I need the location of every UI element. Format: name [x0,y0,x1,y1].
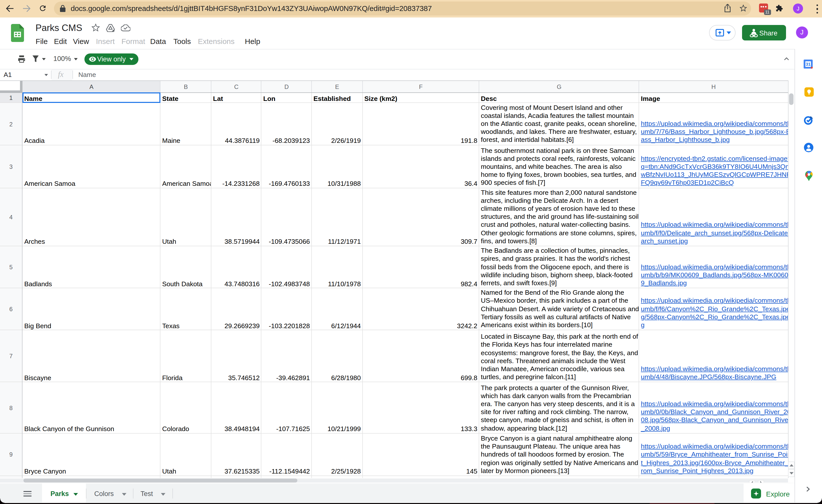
svg-text:31: 31 [806,61,811,66]
